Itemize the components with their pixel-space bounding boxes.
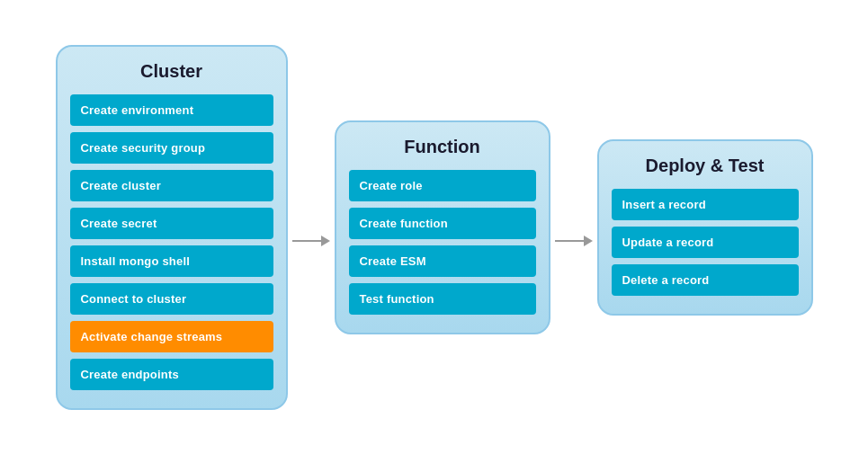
cluster-item-5[interactable]: Connect to cluster xyxy=(70,283,273,315)
cluster-title: Cluster xyxy=(140,61,202,82)
cluster-item-3[interactable]: Create secret xyxy=(70,208,273,239)
cluster-item-6[interactable]: Activate change streams xyxy=(70,321,273,352)
function-panel: Function Create roleCreate functionCreat… xyxy=(335,120,550,334)
arrow-line-1 xyxy=(292,240,321,242)
function-items: Create roleCreate functionCreate ESMTest… xyxy=(349,170,536,315)
deploy-item-1[interactable]: Update a record xyxy=(612,227,799,258)
arrow-head-2 xyxy=(584,236,593,246)
cluster-items: Create environmentCreate security groupC… xyxy=(70,94,273,390)
arrow-head-1 xyxy=(321,236,330,246)
cluster-panel: Cluster Create environmentCreate securit… xyxy=(56,45,288,410)
function-item-3[interactable]: Test function xyxy=(349,283,536,315)
diagram: Cluster Create environmentCreate securit… xyxy=(38,27,831,428)
arrow-cluster-to-function xyxy=(288,209,335,246)
cluster-item-0[interactable]: Create environment xyxy=(70,94,273,126)
deploy-item-0[interactable]: Insert a record xyxy=(612,189,799,220)
cluster-item-4[interactable]: Install mongo shell xyxy=(70,245,273,277)
cluster-item-2[interactable]: Create cluster xyxy=(70,170,273,201)
function-item-1[interactable]: Create function xyxy=(349,208,536,239)
deploy-item-2[interactable]: Delete a record xyxy=(612,264,799,296)
deploy-panel: Deploy & Test Insert a recordUpdate a re… xyxy=(597,139,813,316)
function-item-0[interactable]: Create role xyxy=(349,170,536,201)
arrow-line-2 xyxy=(555,240,584,242)
deploy-items: Insert a recordUpdate a recordDelete a r… xyxy=(612,189,799,296)
arrow-2 xyxy=(555,236,593,246)
cluster-item-1[interactable]: Create security group xyxy=(70,132,273,164)
deploy-title: Deploy & Test xyxy=(646,156,765,176)
arrow-function-to-deploy xyxy=(550,209,597,246)
function-title: Function xyxy=(404,137,479,157)
arrow-1 xyxy=(292,236,330,246)
cluster-item-7[interactable]: Create endpoints xyxy=(70,359,273,390)
function-item-2[interactable]: Create ESM xyxy=(349,245,536,277)
